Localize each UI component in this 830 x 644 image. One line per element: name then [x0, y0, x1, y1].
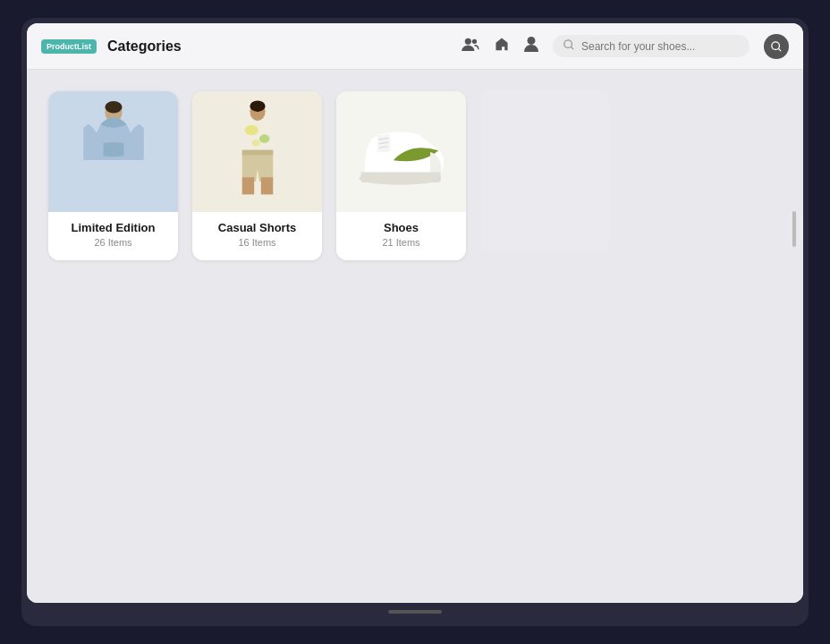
svg-point-3	[564, 40, 572, 48]
svg-point-2	[528, 37, 536, 45]
category-card-shoes[interactable]: Shoes 21 Items	[336, 91, 466, 260]
category-info-limited-edition: Limited Edition 26 Items	[48, 212, 178, 250]
svg-rect-19	[360, 172, 441, 182]
shorts-bg	[192, 91, 322, 212]
category-card-limited-edition[interactable]: Limited Edition 26 Items	[48, 91, 178, 260]
svg-line-6	[779, 48, 782, 51]
categories-grid: Limited Edition 26 Items	[48, 91, 782, 260]
svg-line-4	[572, 47, 574, 50]
category-count-shoes: 21 Items	[347, 237, 455, 248]
scrollbar-thumb	[792, 211, 796, 247]
main-content: Limited Edition 26 Items	[27, 70, 803, 603]
svg-rect-17	[260, 177, 272, 194]
device-frame: ProductList Categories	[21, 18, 809, 626]
search-button[interactable]	[764, 34, 789, 59]
category-image-shoes	[336, 91, 466, 212]
category-name-casual-shorts: Casual Shorts	[203, 221, 311, 234]
search-icon	[563, 39, 574, 53]
svg-rect-15	[241, 150, 273, 156]
group-icon[interactable]	[462, 37, 479, 55]
svg-point-0	[465, 38, 471, 45]
svg-point-5	[772, 41, 780, 49]
bottom-bar	[27, 603, 803, 621]
svg-point-14	[251, 140, 260, 147]
category-name-limited-edition: Limited Edition	[59, 221, 167, 234]
hoodie-bg	[48, 91, 178, 212]
svg-point-1	[472, 39, 477, 44]
empty-slot	[480, 91, 610, 252]
category-count-casual-shorts: 16 Items	[203, 237, 311, 248]
svg-point-10	[250, 100, 265, 111]
search-input[interactable]	[581, 40, 724, 53]
svg-rect-16	[241, 177, 253, 194]
header: ProductList Categories	[27, 23, 803, 70]
svg-point-12	[244, 125, 258, 136]
category-info-shoes: Shoes 21 Items	[336, 212, 466, 250]
search-bar	[553, 35, 750, 57]
user-icon[interactable]	[524, 36, 538, 56]
category-image-limited-edition	[48, 91, 178, 212]
logo-badge: ProductList	[41, 39, 97, 54]
category-image-casual-shorts	[192, 91, 322, 212]
screen: ProductList Categories	[27, 23, 803, 603]
shoes-bg	[336, 91, 466, 212]
category-card-casual-shorts[interactable]: Casual Shorts 16 Items	[192, 91, 322, 260]
category-count-limited-edition: 26 Items	[59, 237, 167, 248]
bottom-pill	[388, 610, 442, 614]
svg-point-8	[105, 101, 122, 113]
home-icon[interactable]	[494, 36, 510, 56]
category-info-casual-shorts: Casual Shorts 16 Items	[192, 212, 322, 250]
svg-point-13	[258, 134, 269, 143]
category-name-shoes: Shoes	[347, 221, 455, 234]
page-title: Categories	[107, 38, 451, 55]
header-icons	[462, 34, 789, 59]
scrollbar[interactable]	[792, 77, 796, 596]
